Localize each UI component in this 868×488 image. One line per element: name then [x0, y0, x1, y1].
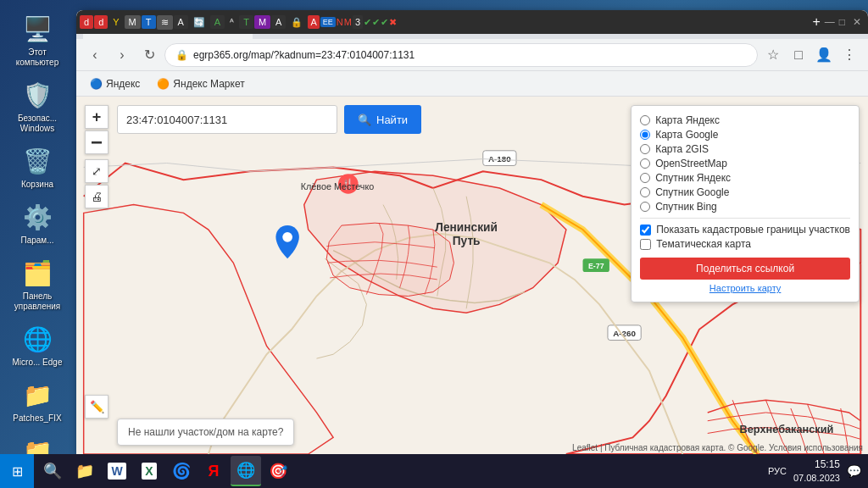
radio-yandex-satellite-input[interactable]	[640, 173, 650, 183]
folder-icon: 📁	[75, 462, 94, 480]
desktop-icon-edge[interactable]: 🌐 Micro... Edge	[7, 319, 68, 371]
radio-google-satellite-input[interactable]	[640, 187, 650, 197]
taskbar-excel[interactable]: X	[134, 456, 164, 486]
share-link-button[interactable]: Поделиться ссылкой	[640, 258, 850, 280]
notification-icon[interactable]: 💬	[847, 464, 861, 478]
time-display: 15:15	[793, 458, 840, 472]
radio-osm-map-input[interactable]	[640, 158, 650, 169]
desktop-icon-computer[interactable]: 🖥️ Этот компьютер	[7, 8, 68, 71]
zoom-in-button[interactable]: +	[85, 105, 108, 129]
start-button[interactable]: ⊞	[0, 454, 34, 488]
radio-2gis-map-label: Карта 2GIS	[655, 143, 709, 155]
toolbar-right: ☆ □ 👤 ⋮	[761, 43, 861, 67]
radio-2gis-map-input[interactable]	[640, 144, 650, 154]
radio-google-satellite-label: Спутник Google	[655, 186, 729, 198]
extension-button[interactable]: □	[787, 43, 810, 67]
thematic-checkbox-input[interactable]	[640, 239, 651, 250]
menu-button[interactable]: ⋮	[837, 43, 861, 67]
recycle-icon: 🗑️	[20, 144, 54, 178]
radio-yandex-satellite[interactable]: Спутник Яндекс	[640, 172, 850, 184]
bookmark-star-button[interactable]: ☆	[761, 43, 785, 67]
bookmarks-bar: 🔵 Яндекс 🟠 Яндекс Маркет	[76, 71, 868, 97]
yandex-market-label: Яндекс Маркет	[173, 78, 244, 90]
back-button[interactable]: ‹	[83, 43, 107, 67]
search-panel: 🔍 Найти	[117, 105, 421, 134]
settings-link[interactable]: Настроить карту	[640, 283, 850, 293]
taskbar-search[interactable]: 🔍	[37, 456, 68, 486]
url-text: egrp365.org/map/?kadnum=23:47:0104007:11…	[193, 49, 415, 61]
radio-google-map-label: Карта Google	[655, 129, 718, 141]
control-label: Панель управления	[10, 291, 64, 312]
radio-google-map-input[interactable]	[640, 130, 650, 140]
desktop-icon-recycle[interactable]: 🗑️ Корзина	[7, 141, 68, 193]
radio-google-satellite[interactable]: Спутник Google	[640, 186, 850, 198]
radio-bing-satellite-label: Спутник Bing	[655, 201, 717, 213]
radio-bing-satellite-input[interactable]	[640, 202, 650, 212]
svg-text:Клёвое Местечко: Клёвое Местечко	[301, 181, 375, 191]
map-attribution: Leaflet | Публичная кадастровая карта. ©…	[572, 443, 863, 452]
params-icon: ⚙️	[20, 200, 54, 234]
map-area[interactable]: A-180 A-260 E-77	[76, 97, 868, 454]
recycle-label: Корзина	[21, 180, 53, 190]
radio-yandex-map-input[interactable]	[640, 115, 650, 125]
desktop-icon-security[interactable]: 🛡️ Безопас... Windows	[7, 75, 68, 137]
bookmark-yandex[interactable]: 🔵 Яндекс	[83, 76, 147, 92]
taskbar-time: 15:15 07.08.2023	[793, 458, 840, 484]
radio-yandex-map-label: Карта Яндекс	[655, 114, 720, 126]
yandex-label: Яндекс	[106, 78, 140, 90]
security-label: Безопас... Windows	[10, 114, 64, 134]
radio-yandex-map[interactable]: Карта Яндекс	[640, 114, 850, 126]
kadnum-search-input[interactable]	[117, 105, 337, 134]
edit-button[interactable]: ✏️	[85, 395, 108, 419]
radio-yandex-satellite-label: Спутник Яндекс	[655, 172, 731, 184]
radio-google-map[interactable]: Карта Google	[640, 129, 850, 141]
options-divider	[640, 218, 850, 219]
computer-label: Этот компьютер	[10, 47, 64, 68]
taskbar-icons: 🔍 📁 W X 🌀 Я 🌐 🎯	[34, 456, 761, 486]
unknown-icon: 🎯	[269, 462, 287, 480]
radio-osm-map[interactable]: OpenStreetMap	[640, 158, 850, 169]
svg-text:Верхнебаканский: Верхнебаканский	[740, 423, 834, 435]
checkbox-thematic[interactable]: Тематическая карта	[640, 238, 850, 250]
taskbar-yandex[interactable]: Я	[198, 456, 229, 486]
search-icon: 🔍	[43, 462, 62, 480]
cadastral-checkbox-input[interactable]	[640, 225, 651, 236]
address-bar[interactable]: 🔒 egrp365.org/map/?kadnum=23:47:0104007:…	[164, 43, 758, 67]
desktop-icon-control[interactable]: 🗂️ Панель управления	[7, 252, 68, 315]
radio-bing-satellite[interactable]: Спутник Bing	[640, 201, 850, 213]
profile-button[interactable]: 👤	[812, 43, 836, 67]
edge-icon: 🌐	[20, 322, 54, 356]
taskbar-unknown[interactable]: 🎯	[263, 456, 293, 486]
search-icon: 🔍	[358, 114, 371, 126]
forward-button[interactable]: ›	[110, 43, 134, 67]
taskbar-word[interactable]: W	[102, 456, 132, 486]
expand-button[interactable]: ⤢	[85, 159, 108, 183]
radio-2gis-map[interactable]: Карта 2GIS	[640, 143, 850, 155]
date-display: 07.08.2023	[793, 472, 840, 484]
chrome-taskbar-icon: 🌐	[236, 461, 255, 480]
svg-text:Путь: Путь	[453, 235, 481, 247]
browser-toolbar: ‹ › ↻ 🔒 egrp365.org/map/?kadnum=23:47:01…	[76, 39, 868, 71]
params-label: Парам...	[20, 236, 53, 246]
taskbar: ⊞ 🔍 📁 W X 🌀 Я 🌐 �	[0, 454, 868, 488]
refresh-button[interactable]: ↻	[137, 43, 161, 67]
layer-button[interactable]: 🖨	[85, 185, 108, 208]
edge-label: Micro... Edge	[13, 358, 63, 368]
computer-icon: 🖥️	[20, 12, 54, 46]
browser-window: d d Y M T ≋ A 🔄 A ᴬ T M A 🔒 A EE N M 3 ✔	[76, 10, 868, 454]
desktop-icon-params[interactable]: ⚙️ Парам...	[7, 197, 68, 249]
taskbar-file-explorer[interactable]: 📁	[70, 456, 100, 486]
search-button[interactable]: 🔍 Найти	[344, 105, 421, 134]
not-found-popup: Не нашли участок/дом на карте?	[117, 419, 294, 446]
taskbar-right: РУС 15:15 07.08.2023 💬	[761, 458, 868, 484]
popup-text: Не нашли участок/дом на карте?	[128, 426, 283, 438]
checkbox-cadastral[interactable]: Показать кадастровые границы участков	[640, 224, 850, 236]
map-controls: + − ⤢ 🖨	[85, 105, 108, 208]
zoom-out-button[interactable]: −	[85, 130, 108, 154]
svg-text:A-180: A-180	[488, 154, 511, 164]
taskbar-chrome-active[interactable]: 🌐	[231, 456, 261, 486]
bookmark-yandex-market[interactable]: 🟠 Яндекс Маркет	[150, 76, 251, 92]
thematic-label: Тематическая карта	[656, 238, 751, 250]
taskbar-edge[interactable]: 🌀	[166, 456, 197, 486]
desktop-icon-patches[interactable]: 📁 Patches_FIX	[7, 374, 68, 427]
